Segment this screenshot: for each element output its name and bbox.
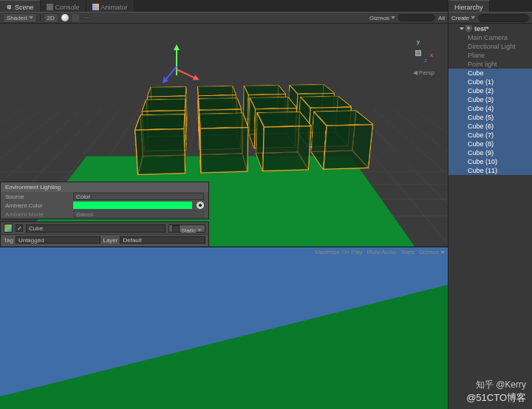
hierarchy-item-selected[interactable]: Cube (1) [449, 78, 532, 86]
gizmos-dropdown[interactable]: Gizmos [369, 15, 395, 21]
tag-label: Tag [4, 237, 13, 244]
scene-cube[interactable] [313, 131, 372, 148]
env-source-dropdown[interactable]: Color [73, 193, 204, 200]
audio-toggle[interactable] [72, 14, 79, 21]
game-gizmos-dropdown[interactable]: Gizmos [419, 249, 445, 255]
hierarchy-item-selected[interactable]: Cube (8) [449, 140, 532, 148]
hierarchy-item-selected[interactable]: Cube (7) [449, 131, 532, 140]
hierarchy-item-selected[interactable]: Cube (5) [449, 113, 532, 122]
hierarchy-tree: test* Main CameraDirectional LightPlaneP… [449, 24, 532, 409]
ambient-color-swatch[interactable] [73, 202, 192, 209]
inspector-panel: ✓ Cube Static Tag Untagged Layer Default… [0, 221, 209, 247]
static-dropdown[interactable]: Static [168, 224, 205, 233]
lighting-toggle[interactable] [61, 14, 69, 21]
hierarchy-item-selected[interactable]: Cube (10) [449, 157, 532, 166]
env-source-label: Source [5, 193, 70, 200]
scene-icon [466, 25, 473, 32]
tag-dropdown[interactable]: Untagged [16, 236, 101, 244]
stats-toggle[interactable]: Stats [401, 249, 415, 255]
eyedropper-icon[interactable] [197, 202, 204, 209]
game-viewport[interactable]: Maximize On Play Mute Audio Stats Gizmos [0, 247, 448, 409]
scene-cube[interactable] [256, 132, 310, 149]
tab-scene-label: Scene [15, 4, 34, 11]
layer-dropdown[interactable]: Default [120, 236, 205, 244]
hierarchy-item[interactable]: Directional Light [449, 42, 532, 51]
scene-toolbar: Shaded 2D Gizmos All [0, 12, 448, 24]
create-dropdown[interactable]: Create [451, 15, 475, 21]
cube-icon [4, 224, 13, 233]
tab-animator[interactable]: Animator [86, 0, 134, 12]
toggle-2d[interactable]: 2D [44, 13, 58, 23]
hierarchy-item-selected[interactable]: Cube [449, 69, 532, 78]
tab-console-label: Console [55, 4, 80, 11]
scene-node[interactable]: test* [449, 24, 532, 33]
perspective-label[interactable]: Persp [413, 69, 434, 76]
hierarchy-item-selected[interactable]: Cube (11) [449, 166, 532, 175]
scene-viewport[interactable]: y x z Persp Environment Lighting SourceC… [0, 24, 448, 247]
game-ground [0, 263, 448, 409]
env-lighting-panel: Environment Lighting SourceColor Ambient… [0, 182, 209, 219]
search-all: All [438, 15, 445, 21]
hierarchy-item-selected[interactable]: Cube (6) [449, 122, 532, 131]
tab-scene[interactable]: Scene [0, 0, 41, 12]
tab-hierarchy[interactable]: Hierarchy [449, 0, 490, 12]
orientation-gizmo[interactable]: y x z [403, 38, 433, 68]
fx-toggle[interactable] [82, 16, 91, 19]
hierarchy-search[interactable] [478, 14, 529, 22]
mute-audio-toggle[interactable]: Mute Audio [367, 249, 397, 255]
scene-cube[interactable] [200, 134, 248, 151]
hierarchy-item-selected[interactable]: Cube (2) [449, 86, 532, 95]
tab-animator-label: Animator [101, 4, 128, 11]
object-name-field[interactable]: Cube [26, 224, 166, 233]
max-on-play-toggle[interactable]: Maximize On Play [315, 249, 362, 255]
active-checkbox[interactable]: ✓ [16, 224, 23, 232]
hierarchy-toolbar: Create [449, 12, 532, 24]
tab-console[interactable]: Console [41, 0, 86, 12]
hierarchy-item-selected[interactable]: Cube (3) [449, 95, 532, 104]
layer-label: Layer [103, 237, 117, 244]
hierarchy-item-selected[interactable]: Cube (4) [449, 104, 532, 113]
ambient-color-label: Ambient Color [5, 202, 70, 209]
shading-mode-dropdown[interactable]: Shaded [3, 13, 37, 23]
scene-cube[interactable] [136, 135, 185, 153]
scene-tabs: Scene Console Animator [0, 0, 448, 12]
game-toolbar: Maximize On Play Mute Audio Stats Gizmos [315, 249, 445, 255]
hierarchy-item[interactable]: Main Camera [449, 33, 532, 42]
hierarchy-tabs: Hierarchy [449, 0, 532, 12]
scene-search[interactable] [398, 14, 435, 21]
hierarchy-item-selected[interactable]: Cube (9) [449, 148, 532, 157]
ambient-mode-dropdown: Baked [73, 210, 204, 218]
hierarchy-item[interactable]: Point light [449, 60, 532, 69]
env-lighting-header: Environment Lighting [1, 182, 208, 192]
hierarchy-item[interactable]: Plane [449, 51, 532, 60]
ambient-mode-label: Ambient Mode [5, 211, 70, 218]
